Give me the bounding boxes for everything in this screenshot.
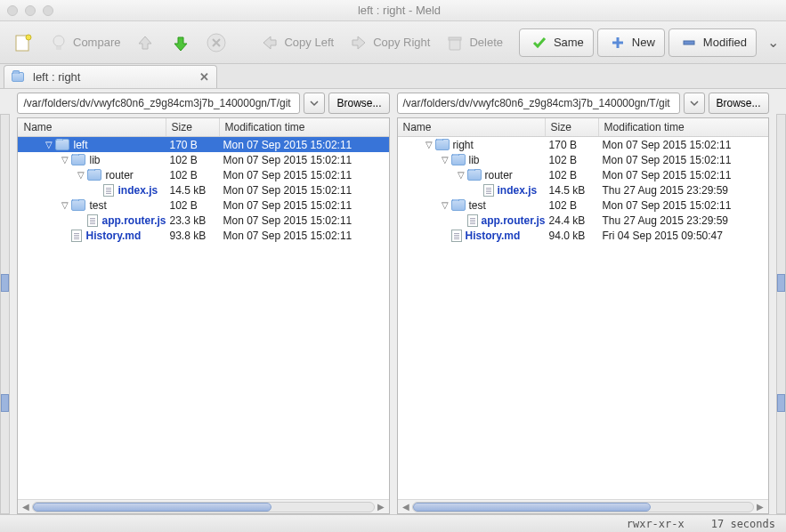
file-name: History.md [466,230,521,242]
tree-row[interactable]: History.md93.8 kBMon 07 Sep 2015 15:02:1… [18,228,388,243]
filter-same-toggle[interactable]: Same [519,28,594,57]
lightbulb-icon [48,32,69,53]
expand-arrow-icon[interactable]: ▽ [439,155,451,165]
arrow-right-icon [348,32,369,53]
column-header-time[interactable]: Modification time [220,118,389,136]
folder-icon [87,169,101,181]
filter-new-toggle[interactable]: New [597,28,665,57]
file-mtime: Mon 07 Sep 2015 15:02:11 [220,154,389,166]
expand-arrow-icon[interactable]: ▽ [439,200,451,210]
folder-icon [467,169,482,181]
tree-row[interactable]: ▽lib102 BMon 07 Sep 2015 15:02:11 [18,152,388,167]
file-mtime: Mon 07 Sep 2015 15:02:11 [599,169,768,181]
file-mtime: Mon 07 Sep 2015 15:02:11 [220,139,389,151]
delete-button[interactable]: Delete [439,28,508,57]
expand-arrow-icon[interactable]: ▽ [43,140,55,149]
close-tab-icon[interactable]: ✕ [199,70,209,84]
right-browse-button[interactable]: Browse... [709,93,769,114]
arrow-left-icon [259,32,280,53]
file-mtime: Mon 07 Sep 2015 15:02:11 [220,169,389,181]
stop-button[interactable] [200,28,232,57]
column-header-name[interactable]: Name [18,118,166,136]
toolbar-overflow-icon[interactable]: ⌄ [767,34,779,51]
tree-row[interactable]: ▽test102 BMon 07 Sep 2015 15:02:11 [18,197,388,213]
tree-row[interactable]: index.js14.5 kBMon 07 Sep 2015 15:02:11 [18,182,388,197]
file-name: test [469,199,486,212]
file-size: 102 B [166,169,220,181]
new-comparison-button[interactable] [7,28,39,57]
file-icon [71,230,82,242]
file-mtime: Thu 27 Aug 2015 23:29:59 [599,214,768,227]
right-path-dropdown[interactable] [684,93,705,114]
tree-row[interactable]: app.router.js24.4 kBThu 27 Aug 2015 23:2… [398,213,768,228]
status-permissions: rwxr-xr-x [627,518,685,530]
left-tree: NameSizeModification time▽left170 BMon 0… [17,117,389,514]
file-name: test [89,199,106,212]
file-mtime: Mon 07 Sep 2015 15:02:11 [599,154,768,166]
compare-button[interactable]: Compare [43,28,126,57]
right-tree: NameSizeModification time▽right170 BMon … [397,117,769,514]
file-mtime: Mon 07 Sep 2015 15:02:11 [220,199,389,212]
left-gutter[interactable] [0,114,10,514]
file-name: router [485,169,513,181]
file-name: right [453,139,474,151]
svg-rect-3 [56,46,61,50]
left-browse-button[interactable]: Browse... [328,93,389,114]
file-name: index.js [498,184,538,197]
right-path-input[interactable]: /var/folders/dv/vwyfc80n6_z9g84cm3j7b_14… [397,93,680,114]
file-size: 102 B [546,169,599,181]
file-size: 14.5 kB [166,184,220,197]
up-button[interactable] [129,28,161,57]
file-name: lib [469,154,480,166]
expand-arrow-icon[interactable]: ▽ [59,155,71,165]
tree-row[interactable]: ▽router102 BMon 07 Sep 2015 15:02:11 [18,167,388,182]
tree-row[interactable]: ▽right170 BMon 07 Sep 2015 15:02:11 [398,137,768,152]
file-mtime: Fri 04 Sep 2015 09:50:47 [599,230,768,242]
tab-comparison[interactable]: left : right ✕ [4,65,217,88]
left-path-input[interactable]: /var/folders/dv/vwyfc80n6_z9g84cm3j7b_14… [17,93,300,114]
arrow-up-icon [134,32,156,53]
expand-arrow-icon[interactable]: ▽ [423,140,435,149]
file-icon [451,230,462,242]
file-name: History.md [85,230,141,242]
document-new-icon [12,32,34,53]
file-mtime: Mon 07 Sep 2015 15:02:11 [599,139,768,151]
file-size: 94.0 kB [546,230,599,242]
file-size: 170 B [166,139,220,151]
down-button[interactable] [165,28,197,57]
filter-modified-toggle[interactable]: Modified [669,28,757,57]
tree-row[interactable]: ▽router102 BMon 07 Sep 2015 15:02:11 [398,167,768,182]
hscrollbar[interactable]: ◀▶ [18,499,388,513]
close-window-icon[interactable] [7,5,18,16]
file-mtime: Mon 07 Sep 2015 15:02:11 [220,214,389,227]
tree-row[interactable]: app.router.js23.3 kBMon 07 Sep 2015 15:0… [18,213,388,228]
status-duration: 17 seconds [711,518,775,530]
left-pane: /var/folders/dv/vwyfc80n6_z9g84cm3j7b_14… [17,93,389,514]
expand-arrow-icon[interactable]: ▽ [59,200,71,210]
folder-icon [435,139,450,150]
tree-row[interactable]: History.md94.0 kBFri 04 Sep 2015 09:50:4… [398,228,768,243]
left-path-dropdown[interactable] [304,93,325,114]
file-size: 23.3 kB [166,214,220,227]
column-header-name[interactable]: Name [398,118,546,136]
tree-row[interactable]: ▽left170 BMon 07 Sep 2015 15:02:11 [18,137,388,152]
tree-header: NameSizeModification time [18,118,388,137]
copy-left-button[interactable]: Copy Left [254,28,339,57]
copy-right-button[interactable]: Copy Right [343,28,435,57]
expand-arrow-icon[interactable]: ▽ [75,170,87,180]
column-header-size[interactable]: Size [166,118,220,136]
expand-arrow-icon[interactable]: ▽ [455,170,467,180]
svg-point-2 [53,36,64,46]
column-header-time[interactable]: Modification time [599,118,768,136]
tree-row[interactable]: index.js14.5 kBThu 27 Aug 2015 23:29:59 [398,182,768,197]
file-size: 170 B [546,139,599,151]
file-icon [467,214,478,227]
arrow-down-icon [170,32,191,53]
right-gutter[interactable] [776,114,786,514]
tree-row[interactable]: ▽lib102 BMon 07 Sep 2015 15:02:11 [398,152,768,167]
file-name: app.router.js [101,214,166,227]
tree-row[interactable]: ▽test102 BMon 07 Sep 2015 15:02:11 [398,197,768,213]
hscrollbar[interactable]: ◀▶ [398,499,768,513]
column-header-size[interactable]: Size [546,118,599,136]
file-size: 102 B [546,199,599,212]
